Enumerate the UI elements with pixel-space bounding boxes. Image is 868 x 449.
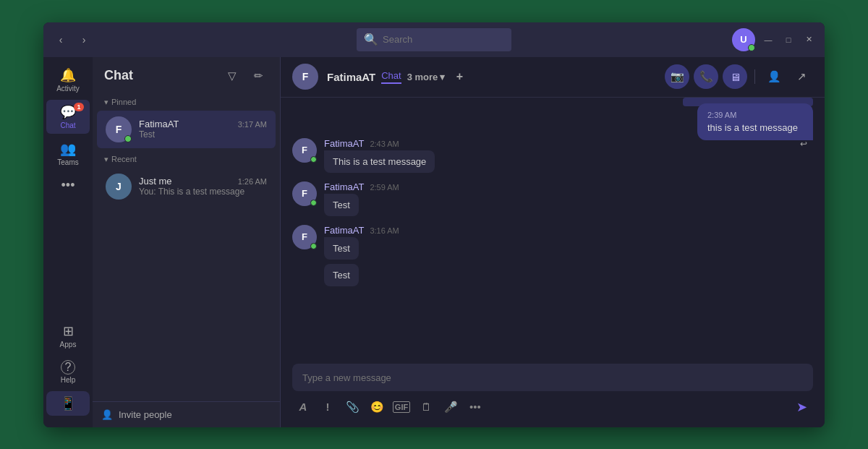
title-bar-right: U — □ ✕ [732, 28, 816, 51]
msg-bubble-2: Test [324, 194, 359, 216]
chat-list-actions: ▽ ✏ [222, 66, 268, 86]
important-icon: ! [326, 401, 330, 413]
sidebar-item-apps[interactable]: ⊞ Apps [46, 319, 90, 353]
activity-label: Activity [56, 85, 80, 93]
back-button[interactable]: ‹ [52, 31, 69, 48]
gif-button[interactable]: GIF [391, 396, 412, 418]
chat-info-fatimaat: FatimaAT 3:17 AM Test [139, 119, 267, 140]
chat-time-justme: 1:26 AM [238, 177, 267, 186]
msg-header-3: FatimaAT 3:16 AM [324, 225, 399, 236]
message-row-2: F FatimaAT 2:59 AM Test [292, 181, 813, 216]
header-divider [754, 69, 755, 84]
maximize-button[interactable]: □ [781, 33, 796, 47]
popout-button[interactable]: ↗ [790, 65, 813, 88]
message-input[interactable] [302, 372, 803, 383]
message-row-1: F FatimaAT 2:43 AM This is a test messag… [292, 138, 813, 173]
video-call-button[interactable]: 📷 [665, 64, 689, 89]
participants-button[interactable]: 👤 [762, 65, 786, 88]
chat-main: F FatimaAT Chat 3 more ▾ + 📷 📞 [281, 57, 825, 427]
invite-people-button[interactable]: 👤 Invite people [93, 401, 280, 427]
attach-button[interactable]: 📎 [341, 396, 363, 418]
pinned-label: Pinned [111, 98, 136, 106]
send-icon: ➤ [796, 399, 807, 415]
floating-message: 2:39 AM this is a test message ↩ [697, 103, 813, 140]
msg-status-1 [310, 156, 317, 163]
add-tab-button[interactable]: + [451, 68, 468, 85]
msg-header-2: FatimaAT 2:59 AM [324, 181, 399, 192]
filter-button[interactable]: ▽ [222, 66, 242, 86]
chat-name-justme: Just me [139, 176, 172, 187]
msg-status-2 [310, 200, 317, 206]
messages-area[interactable]: 2:39 AM this is a test message ↩ F Fatim… [281, 98, 825, 358]
audio-call-button[interactable]: 📞 [694, 64, 718, 89]
chat-avatar-justme: J [106, 174, 132, 200]
recent-label: Recent [111, 155, 137, 163]
message-input-box[interactable] [292, 364, 813, 391]
msg-avatar-3: F [292, 225, 317, 249]
chat-label: Chat [60, 121, 75, 129]
send-button[interactable]: ➤ [790, 395, 813, 419]
user-avatar[interactable]: U [732, 28, 755, 51]
recent-section-header[interactable]: ▾ Recent [93, 149, 280, 167]
search-input[interactable] [383, 34, 504, 45]
help-label: Help [61, 376, 76, 384]
msg-bubble-3a: Test [324, 237, 359, 260]
search-bar[interactable]: 🔍 [357, 28, 511, 51]
sticker-button[interactable]: 🗒 [415, 396, 437, 418]
close-button[interactable]: ✕ [801, 33, 816, 47]
emoji-button[interactable]: 😊 [366, 396, 388, 418]
audio-icon: 🎤 [444, 401, 458, 414]
chat-more-tabs[interactable]: 3 more ▾ [407, 72, 446, 82]
audio-button[interactable]: 🎤 [440, 396, 461, 418]
share-screen-button[interactable]: 🖥 [723, 64, 747, 89]
more-chevron-icon: ▾ [440, 72, 445, 82]
teams-icon: 👥 [60, 141, 76, 157]
sidebar-item-chat[interactable]: 💬 1 Chat [46, 100, 90, 134]
emoji-icon: 😊 [370, 401, 384, 414]
chat-item-fatimaat[interactable]: F FatimaAT 3:17 AM Test [97, 111, 276, 148]
title-bar: ‹ › 🔍 U — □ ✕ [43, 22, 825, 57]
floating-msg-time: 2:39 AM [707, 111, 803, 119]
message-toolbar: A ! 📎 😊 GIF 🗒 [292, 395, 813, 419]
msg-time-1: 2:43 AM [370, 140, 399, 148]
sidebar-item-teams[interactable]: 👥 Teams [46, 137, 90, 171]
chat-header-info: FatimaAT Chat 3 more ▾ + [327, 68, 656, 85]
chat-header-actions: 📷 📞 🖥 👤 ↗ [665, 64, 813, 89]
main-area: 🔔 Activity 💬 1 Chat 👥 Teams ••• ⊞ Apps [43, 57, 825, 427]
sidebar-item-mobile[interactable]: 📱 [46, 391, 90, 416]
sidebar-bottom: ⊞ Apps ? Help 📱 [46, 319, 90, 422]
msg-bubble-3b: Test [324, 264, 359, 286]
activity-icon: 🔔 [60, 67, 76, 83]
pinned-section-header[interactable]: ▾ Pinned [93, 92, 280, 110]
chat-time: 3:17 AM [238, 120, 267, 129]
mobile-icon: 📱 [60, 395, 76, 411]
chat-info-justme: Just me 1:26 AM You: This is a test mess… [139, 176, 267, 197]
chat-contact-name: FatimaAT [327, 71, 375, 83]
msg-sender-2: FatimaAT [324, 181, 364, 192]
chat-item-justme[interactable]: J Just me 1:26 AM You: This is a test me… [97, 168, 276, 205]
more-options-icon: ••• [469, 401, 481, 413]
minimize-button[interactable]: — [761, 33, 775, 47]
more-options-button[interactable]: ••• [464, 396, 486, 418]
chat-badge: 1 [74, 103, 84, 111]
sidebar-item-help[interactable]: ? Help [46, 356, 90, 388]
chat-tab-label[interactable]: Chat [381, 70, 401, 84]
msg-header-1: FatimaAT 2:43 AM [324, 138, 435, 149]
forward-button[interactable]: › [75, 31, 93, 48]
compose-button[interactable]: ✏ [248, 66, 268, 86]
important-button[interactable]: ! [317, 396, 339, 418]
fatimaat-status-dot [124, 135, 132, 142]
chat-header-name: FatimaAT Chat 3 more ▾ + [327, 68, 656, 85]
pinned-chevron: ▾ [104, 98, 109, 107]
msg-status-3 [310, 243, 317, 249]
format-icon: A [299, 401, 307, 413]
sidebar-item-activity[interactable]: 🔔 Activity [46, 63, 90, 97]
chat-name-row-justme: Just me 1:26 AM [139, 176, 267, 187]
msg-time-2: 2:59 AM [370, 183, 399, 192]
help-icon: ? [61, 360, 75, 375]
sidebar-item-more[interactable]: ••• [46, 174, 90, 197]
chat-list-header: Chat ▽ ✏ [93, 57, 280, 92]
chat-preview: Test [139, 129, 267, 140]
format-button[interactable]: A [292, 396, 314, 418]
attach-icon: 📎 [346, 401, 359, 414]
